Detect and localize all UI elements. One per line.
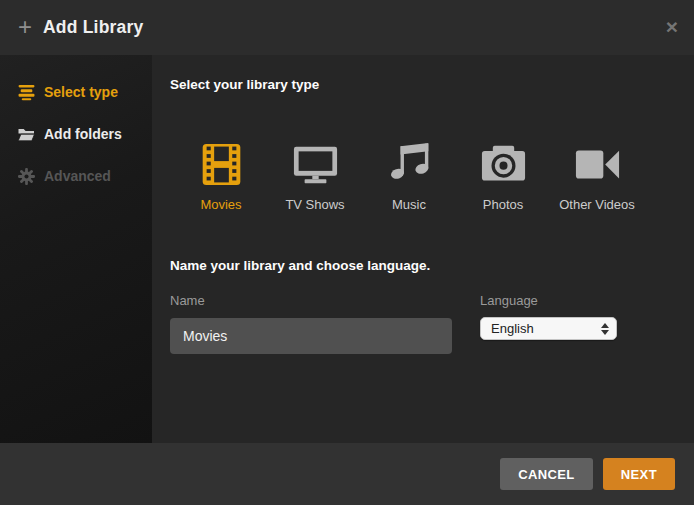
name-section-heading: Name your library and choose language. (170, 258, 694, 273)
library-type-row: Movies TV Shows (174, 141, 694, 212)
library-name-input[interactable] (170, 318, 452, 354)
wizard-steps-sidebar: Select type Add folders (0, 55, 152, 443)
sidebar-item-label: Add folders (44, 126, 122, 142)
dialog-footer: CANCEL NEXT (0, 443, 694, 505)
dialog-title: Add Library (43, 17, 143, 38)
language-selected-value: English (491, 321, 601, 336)
type-label: TV Shows (268, 197, 362, 212)
next-button[interactable]: NEXT (603, 458, 675, 490)
music-note-icon (362, 141, 456, 187)
type-section-heading: Select your library type (170, 77, 694, 92)
gear-icon (18, 168, 35, 185)
dialog-content: Select your library type (152, 55, 694, 443)
camera-icon (456, 141, 550, 187)
type-label: Other Videos (550, 197, 644, 212)
sidebar-item-add-folders[interactable]: Add folders (0, 113, 152, 155)
select-stepper-icon (601, 323, 609, 335)
type-label: Photos (456, 197, 550, 212)
add-library-dialog: + Add Library × Select type (0, 0, 694, 505)
type-label: Music (362, 197, 456, 212)
sidebar-item-label: Select type (44, 84, 118, 100)
video-camera-icon (550, 141, 644, 187)
sidebar-item-label: Advanced (44, 168, 111, 184)
type-label: Movies (174, 197, 268, 212)
language-select[interactable]: English (480, 317, 617, 340)
dialog-body: Select type Add folders (0, 55, 694, 443)
name-field-group: Name (170, 293, 452, 354)
close-icon[interactable]: × (666, 16, 678, 37)
film-icon (174, 141, 268, 187)
name-language-form: Name Language English (170, 293, 694, 354)
list-icon (18, 84, 35, 101)
sidebar-item-advanced[interactable]: Advanced (0, 155, 152, 197)
type-option-photos[interactable]: Photos (456, 141, 550, 212)
name-field-label: Name (170, 293, 452, 308)
sidebar-item-select-type[interactable]: Select type (0, 71, 152, 113)
type-option-movies[interactable]: Movies (174, 141, 268, 212)
dialog-header: + Add Library × (0, 0, 694, 55)
type-option-other-videos[interactable]: Other Videos (550, 141, 644, 212)
type-option-music[interactable]: Music (362, 141, 456, 212)
type-option-tv-shows[interactable]: TV Shows (268, 141, 362, 212)
language-field-label: Language (480, 293, 617, 308)
plus-icon: + (18, 15, 32, 39)
language-field-group: Language English (480, 293, 617, 354)
cancel-button[interactable]: CANCEL (500, 458, 593, 490)
folder-icon (18, 126, 35, 143)
tv-icon (268, 141, 362, 187)
